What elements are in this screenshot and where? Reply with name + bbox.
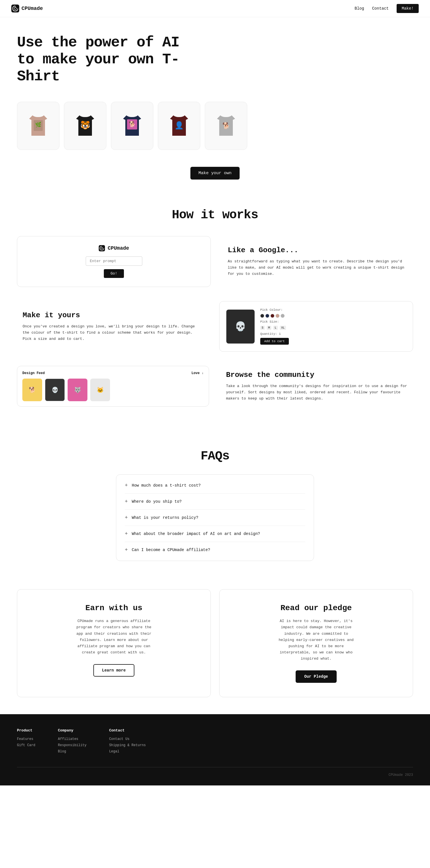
bottom-cards-section: Earn with us CPUmade runs a generous aff…: [0, 578, 430, 714]
footer-contact-col: Contact Contact Us Shipping & Returns Le…: [109, 728, 146, 756]
feed-item-1[interactable]: 🐕: [22, 379, 42, 401]
earn-title: Earn with us: [85, 603, 143, 612]
feature-row-step2: 💀 Pick Colour: Pick Size: S M L XL: [17, 301, 413, 352]
feature-text-step2: Make it yours Once you've created a desi…: [17, 311, 208, 342]
shirt-image-1: 🌿: [27, 113, 50, 138]
navbar: CPUmade Blog Contact Make!: [0, 0, 430, 17]
swatch-1[interactable]: [260, 314, 264, 318]
shirt-card-4[interactable]: 👤: [158, 102, 200, 150]
shirt-image-2: 🐯: [74, 113, 96, 138]
feed-item-3-icon: 🐺: [74, 386, 81, 394]
logo-icon: [11, 4, 19, 12]
shirt-image-5: 🐕: [215, 113, 237, 138]
footer-contact-us-link[interactable]: Contact Us: [109, 737, 146, 741]
mock-colour-label: Pick Colour:: [260, 308, 406, 312]
faq-plus-icon-1: +: [125, 483, 128, 488]
shirt-image-4: 👤: [168, 113, 191, 138]
feature-text-step1: Like a Google... As straightforward as t…: [222, 246, 413, 277]
how-it-works-title: How it works: [17, 208, 413, 222]
mock-logo-icon: [99, 245, 105, 251]
faq-plus-icon-5: +: [125, 547, 128, 553]
faq-item-3[interactable]: + What is your returns policy?: [125, 510, 305, 526]
faq-question-1: How much does a t-shirt cost?: [132, 483, 201, 488]
footer-company-col: Company Affiliates Responsibility Blog: [58, 728, 87, 756]
feature-text-step3: Browse the community Take a look through…: [220, 371, 413, 402]
swatch-5[interactable]: [281, 314, 285, 318]
footer-blog-link[interactable]: Blog: [58, 749, 87, 753]
faq-question-5: Can I become a CPUmade affiliate?: [132, 548, 210, 552]
swatch-4[interactable]: [276, 314, 280, 318]
mock-quantity-label: Quantity: 1: [260, 332, 406, 336]
size-l[interactable]: L: [273, 326, 278, 330]
mock-feed-grid: 🐕 💀 🐺 🐱: [22, 379, 204, 401]
feed-item-4[interactable]: 🐱: [90, 379, 110, 401]
size-xl[interactable]: XL: [280, 326, 286, 330]
pledge-title: Read our pledge: [280, 603, 352, 612]
step1-description: As straightforward as typing what you wa…: [228, 258, 407, 277]
make-own-section: Make your own: [0, 161, 430, 196]
faq-question-2: Where do you ship to?: [132, 499, 182, 504]
footer-affiliates-link[interactable]: Affiliates: [58, 737, 87, 741]
faq-item-5[interactable]: + Can I become a CPUmade affiliate?: [125, 542, 305, 558]
footer-company-heading: Company: [58, 728, 87, 733]
faq-item-2[interactable]: + Where do you ship to?: [125, 494, 305, 510]
logo[interactable]: CPUmade: [11, 4, 43, 12]
shirt-card-3[interactable]: 🐕: [111, 102, 153, 150]
faq-item-1[interactable]: + How much does a t-shirt cost?: [125, 477, 305, 494]
hero-headline: Use the power of AI to make your own T-S…: [17, 34, 198, 85]
logo-text: CPUmade: [22, 6, 43, 11]
feed-item-3[interactable]: 🐺: [67, 379, 87, 401]
swatch-2[interactable]: [265, 314, 269, 318]
feed-item-2[interactable]: 💀: [45, 379, 65, 401]
pledge-card: Read our pledge AI is here to stay. Howe…: [219, 589, 413, 697]
step3-title: Browse the community: [226, 371, 407, 379]
footer-product-col: Product Features Gift Card: [17, 728, 35, 756]
pledge-description: AI is here to stay. However, it's impact…: [277, 618, 356, 662]
shirt-card-2[interactable]: 🐯: [64, 102, 106, 150]
earn-learn-more-button[interactable]: Learn more: [93, 664, 134, 677]
faq-question-4: What about the broader impact of AI on a…: [132, 531, 260, 536]
shirt-card-5[interactable]: 🐕: [205, 102, 247, 150]
feed-item-4-icon: 🐱: [97, 386, 104, 394]
footer-product-heading: Product: [17, 728, 35, 733]
nav-links: Blog Contact Make!: [355, 4, 419, 13]
svg-text:🌿: 🌿: [35, 122, 41, 128]
mock-go-button[interactable]: Go!: [104, 269, 124, 278]
mock-add-cart-button[interactable]: Add to cart: [260, 338, 289, 345]
svg-text:🐕: 🐕: [222, 122, 230, 130]
footer-shipping-link[interactable]: Shipping & Returns: [109, 743, 146, 747]
nav-make-button[interactable]: Make!: [397, 4, 419, 13]
footer-features-link[interactable]: Features: [17, 737, 35, 741]
footer-bottom: CPUmade 2023: [17, 767, 413, 777]
swatch-3[interactable]: [270, 314, 275, 318]
faq-plus-icon-2: +: [125, 499, 128, 504]
faq-plus-icon-4: +: [125, 531, 128, 537]
pledge-button[interactable]: Our Pledge: [296, 670, 336, 683]
nav-blog[interactable]: Blog: [355, 6, 364, 11]
faq-plus-icon-3: +: [125, 515, 128, 521]
mock-customizer-ui: 💀 Pick Colour: Pick Size: S M L XL: [219, 301, 413, 352]
footer-legal-link[interactable]: Legal: [109, 749, 146, 753]
size-m[interactable]: M: [267, 326, 271, 330]
mock-controls: Pick Colour: Pick Size: S M L XL Quantit…: [260, 308, 406, 345]
svg-text:👤: 👤: [175, 121, 184, 130]
nav-contact[interactable]: Contact: [372, 6, 389, 11]
mock-shirt-skull-icon: 💀: [235, 321, 246, 332]
size-s[interactable]: S: [260, 326, 265, 330]
mock-feed-sort: Love ↓: [192, 371, 204, 375]
faq-item-4[interactable]: + What about the broader impact of AI on…: [125, 526, 305, 542]
mock-size-label: Pick Size:: [260, 320, 406, 323]
step2-description: Once you've created a design you love, w…: [23, 323, 202, 342]
make-own-button[interactable]: Make your own: [191, 167, 239, 180]
mock-feed-header: Design Feed Love ↓: [22, 371, 204, 375]
feed-item-1-icon: 🐕: [29, 386, 36, 394]
mock-color-swatches: [260, 314, 406, 318]
faqs-title: FAQs: [17, 449, 413, 463]
footer-copyright: CPUmade 2023: [389, 773, 413, 777]
shirt-card-1[interactable]: 🌿: [17, 102, 59, 150]
footer-columns: Product Features Gift Card Company Affil…: [17, 728, 413, 756]
footer: Product Features Gift Card Company Affil…: [0, 714, 430, 785]
mock-prompt-input[interactable]: [86, 256, 142, 266]
footer-giftcard-link[interactable]: Gift Card: [17, 743, 35, 747]
footer-responsibility-link[interactable]: Responsibility: [58, 743, 87, 747]
